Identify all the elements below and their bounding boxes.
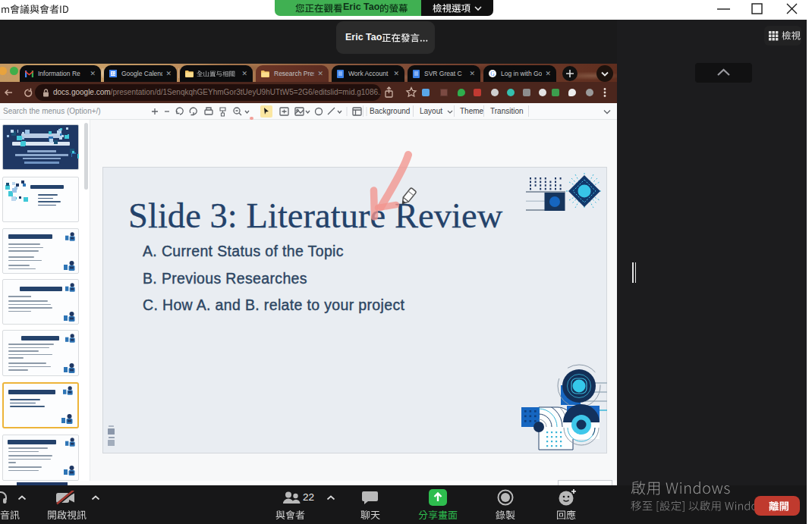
svg-text:G: G [490,71,495,77]
svg-text:31: 31 [111,71,115,76]
